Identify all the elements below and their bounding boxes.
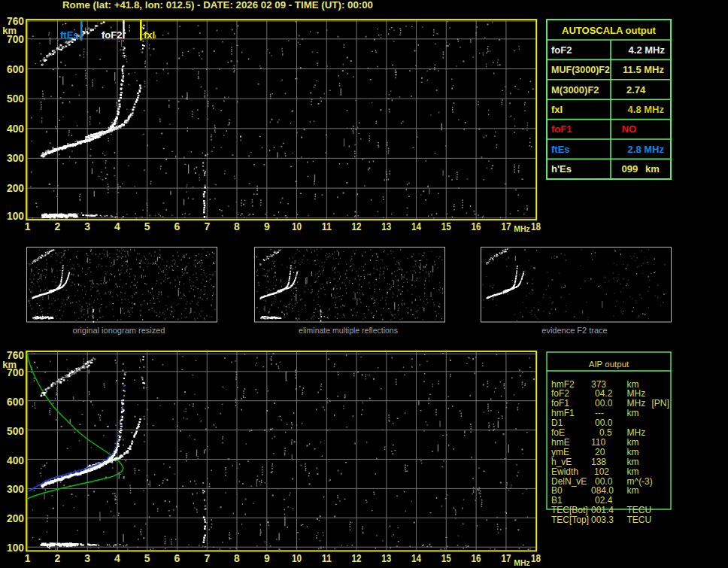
svg-text:18: 18 (531, 220, 541, 232)
svg-text:00.0: 00.0 (595, 476, 613, 487)
svg-text:D1: D1 (551, 418, 563, 428)
svg-text:TEC[Bot]: TEC[Bot] (551, 505, 588, 515)
svg-text:4.8 MHz: 4.8 MHz (628, 104, 665, 115)
svg-text:km: km (627, 485, 639, 496)
svg-text:00.0: 00.0 (595, 398, 613, 409)
svg-text:6: 6 (174, 552, 180, 564)
svg-text:00.0: 00.0 (595, 418, 613, 428)
svg-text:foF2: foF2 (551, 44, 572, 56)
svg-text:TEC[Top]: TEC[Top] (551, 515, 589, 525)
svg-text:2: 2 (55, 220, 61, 232)
svg-text:hmF2: hmF2 (551, 379, 575, 390)
svg-text:110: 110 (591, 437, 605, 448)
svg-text:km: km (627, 466, 639, 477)
svg-text:400: 400 (7, 454, 24, 466)
svg-text:Ewidth: Ewidth (551, 466, 578, 477)
svg-text:3: 3 (84, 220, 90, 232)
svg-text:ftEs: ftEs (551, 144, 570, 155)
svg-text:B1: B1 (551, 495, 563, 506)
svg-text:5: 5 (144, 552, 150, 564)
svg-text:20: 20 (595, 447, 605, 457)
svg-text:13: 13 (381, 552, 391, 564)
svg-text:700: 700 (7, 33, 24, 45)
svg-text:original ionogram resized: original ionogram resized (73, 326, 165, 335)
svg-text:10: 10 (292, 220, 302, 232)
svg-text:km: km (627, 457, 639, 467)
svg-text:foF2: foF2 (102, 29, 122, 41)
svg-text:TECU: TECU (627, 505, 652, 515)
svg-text:TECU: TECU (627, 515, 652, 525)
svg-text:001.4: 001.4 (591, 505, 614, 515)
svg-text:MHz: MHz (627, 388, 646, 399)
svg-text:foF1: foF1 (551, 398, 569, 409)
svg-text:12: 12 (352, 220, 362, 232)
svg-text:600: 600 (7, 396, 24, 408)
svg-text:M(3000)F2: M(3000)F2 (551, 84, 599, 96)
svg-text:8: 8 (234, 220, 240, 232)
svg-text:h_vE: h_vE (551, 457, 572, 467)
svg-text:3: 3 (84, 552, 90, 564)
svg-text:8: 8 (234, 552, 240, 564)
svg-text:DelN_vE: DelN_vE (551, 476, 587, 487)
svg-text:17: 17 (501, 220, 511, 232)
svg-text:MHz: MHz (514, 558, 530, 567)
svg-text:2: 2 (55, 552, 61, 564)
svg-text:400: 400 (7, 123, 24, 135)
svg-text:11: 11 (322, 220, 332, 232)
svg-text:NO: NO (622, 123, 637, 135)
svg-text:138: 138 (591, 457, 606, 467)
svg-text:eliminate multiple reflections: eliminate multiple reflections (299, 326, 398, 335)
svg-text:11.5 MHz: 11.5 MHz (623, 64, 664, 75)
svg-text:ymE: ymE (551, 447, 569, 457)
svg-text:18: 18 (531, 552, 541, 564)
svg-text:4: 4 (114, 552, 120, 564)
svg-text:hmE: hmE (551, 437, 570, 448)
svg-text:h'Es: h'Es (551, 163, 572, 175)
svg-text:099: 099 (622, 163, 639, 175)
svg-text:14: 14 (411, 220, 421, 232)
svg-text:AUTOSCALA output: AUTOSCALA output (562, 25, 657, 36)
svg-text:14: 14 (411, 552, 421, 564)
svg-text:foE: foE (551, 427, 565, 438)
svg-text:102: 102 (594, 466, 609, 477)
svg-text:MHz: MHz (627, 398, 646, 409)
svg-text:2.8 MHz: 2.8 MHz (628, 144, 665, 155)
svg-text:02.4: 02.4 (595, 495, 613, 506)
svg-text:17: 17 (501, 552, 511, 564)
svg-text:13: 13 (381, 220, 391, 232)
svg-text:5: 5 (144, 220, 150, 232)
svg-text:foF2: foF2 (551, 388, 569, 399)
svg-text:9: 9 (264, 552, 270, 564)
svg-text:0.5: 0.5 (599, 427, 612, 438)
svg-text:B0: B0 (551, 485, 563, 496)
svg-text:7: 7 (204, 552, 210, 564)
svg-text:Rome (lat: +41.8, lon: 012.5): Rome (lat: +41.8, lon: 012.5) - DATE: 20… (62, 0, 373, 11)
svg-text:084.0: 084.0 (591, 485, 614, 496)
svg-text:003.3: 003.3 (591, 515, 614, 525)
svg-text:100: 100 (7, 542, 24, 554)
svg-text:16: 16 (472, 552, 481, 564)
svg-text:foF1: foF1 (551, 123, 572, 135)
svg-text:15: 15 (441, 552, 451, 564)
svg-text:11: 11 (322, 552, 332, 564)
svg-text:373: 373 (591, 379, 606, 390)
svg-text:MHz: MHz (514, 224, 530, 233)
svg-text:---: --- (595, 408, 604, 418)
svg-text:ftEs: ftEs (60, 29, 79, 41)
svg-text:500: 500 (7, 93, 24, 105)
svg-text:4.2 MHz: 4.2 MHz (629, 44, 666, 56)
svg-text:4: 4 (114, 220, 120, 232)
svg-text:700: 700 (7, 366, 24, 378)
svg-text:16: 16 (472, 220, 481, 232)
svg-text:15: 15 (441, 220, 451, 232)
svg-text:300: 300 (7, 152, 24, 164)
svg-text:AIP output: AIP output (589, 360, 629, 369)
svg-text:km: km (645, 163, 660, 175)
svg-text:04.2: 04.2 (595, 388, 613, 399)
svg-text:7: 7 (204, 220, 210, 232)
svg-text:1: 1 (25, 552, 31, 564)
svg-text:200: 200 (7, 512, 24, 524)
svg-text:m^(-3): m^(-3) (627, 476, 653, 487)
svg-text:km: km (627, 379, 639, 390)
svg-text:km: km (627, 447, 639, 457)
